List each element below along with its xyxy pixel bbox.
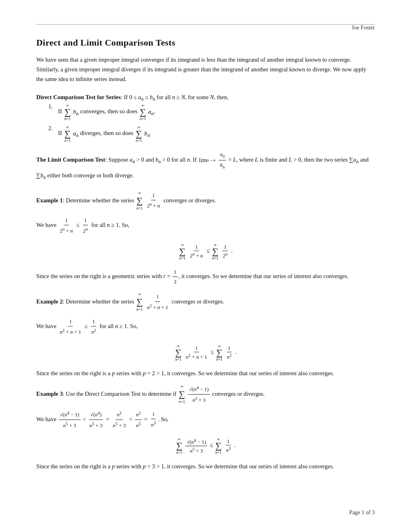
example1-step: We have 1 2n + n ≤ 1 2n for all n ≥ 1. S… [36,216,375,235]
example2-header: Example 2: Determine whether the series … [36,291,375,313]
document-title: Direct and Limit Comparison Tests [36,37,375,48]
example1-header: Example 1: Determine whether the series … [36,190,375,212]
direct-test-header: Direct Comparison Test for Series: If 0 … [36,92,375,103]
example1-label: Example 1 [36,197,63,203]
example3-display: ∞ ∑ n=1 √(n4 − 1) n5 + 3 ≤ ∞ ∑ n=1 1 n3 … [36,437,375,455]
example2-conclusion: Since the series on the right is a p ser… [36,369,375,378]
example2-label: Example 2 [36,298,63,305]
author-name: Joe Foster [352,25,375,31]
direct-test-condition: : If 0 ≤ an ≤ bn for all n ≥ N, for some… [121,94,228,100]
example2-display: ∞ ∑ n=1 1 n2 + n + 1 ≤ ∞ ∑ n=1 1 n2 . [36,344,375,362]
direct-comparison-theorem: Direct Comparison Test for Series: If 0 … [36,92,375,143]
direct-test-title: Direct Comparison Test for Series [36,94,121,100]
example3-label: Example 3 [36,391,63,397]
document-page: Joe Foster Direct and Limit Comparison T… [0,0,411,532]
example1-display: ∞ ∑ n=1 1 2n + n ≤ ∞ ∑ n=1 1 2n . [36,243,375,260]
example3-conclusion: Since the series on the right is a p ser… [36,462,375,472]
header: Joe Foster [36,24,375,33]
example2-step: We have 1 n2 + n + 1 ≤ 1 n2 for all n ≥ … [36,317,375,337]
limit-test-title: The Limit Comparison Test [36,156,105,163]
limit-test-text: The Limit Comparison Test: Suppose an > … [36,150,375,181]
example1-conclusion: Since the series on the right is a geome… [36,268,375,286]
example3-header: Example 3: Use the Direct Comparison Tes… [36,383,375,405]
example3-step: We have √(n4 − 1) n5 + 3 < √(n4) n5 + 3 … [36,409,375,430]
intro-paragraph: We have seen that a given improper integ… [36,55,375,84]
limit-comparison-theorem: The Limit Comparison Test: Suppose an > … [36,150,375,181]
direct-test-item-2: 2. If ∞ ∑ n=1 an diverges, then so does … [48,125,375,143]
direct-test-item-1: 1. If ∞ ∑ n=1 bn converges, then so does… [48,103,375,121]
page-number: Page 1 of 3 [349,509,375,515]
page-footer: Page 1 of 3 [349,509,375,516]
